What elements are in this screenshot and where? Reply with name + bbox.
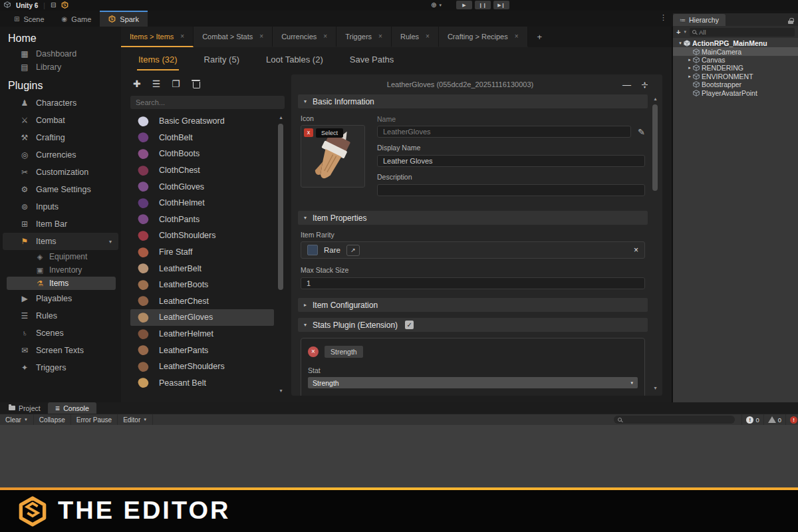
scroll-up-icon[interactable]: ▴ — [277, 114, 285, 121]
item-row-clothboots[interactable]: ClothBoots — [130, 146, 274, 162]
doc-tab-triggers[interactable]: Triggers× — [336, 27, 392, 47]
sidebar-subitem-inventory[interactable]: ▣Inventory — [7, 263, 116, 277]
tab-hierarchy[interactable]: ≔ Hierarchy — [673, 14, 726, 26]
close-icon[interactable]: × — [515, 33, 519, 40]
item-row-basic-greatsword[interactable]: Basic Greatsword — [130, 113, 274, 130]
expand-caret-icon[interactable]: ▸ — [686, 65, 693, 70]
sidebar-item-customization[interactable]: ✂Customization — [3, 164, 118, 181]
stats-plugin-checkbox[interactable]: ✓ — [405, 321, 414, 329]
item-row-leathershoulders[interactable]: LeatherShoulders — [130, 358, 274, 375]
add-gameobject-button[interactable]: + — [676, 28, 680, 36]
console-button-editor[interactable]: Editor▼ — [118, 414, 153, 425]
item-row-leatherchest[interactable]: LeatherChest — [130, 293, 274, 310]
display-name-input[interactable] — [377, 155, 645, 167]
sidebar-item-item-bar[interactable]: ⊞Item Bar — [3, 215, 118, 233]
section-item-properties[interactable]: ▾ Item Properties — [298, 211, 648, 225]
item-row-leatherbelt[interactable]: LeatherBelt — [130, 260, 274, 277]
section-stats-plugin[interactable]: ▾ Stats Plugin (Extension) ✓ — [298, 318, 648, 332]
item-row-leatherhelmet[interactable]: LeatherHelmet — [130, 326, 274, 342]
duplicate-icon[interactable]: ❐ — [172, 79, 180, 88]
max-stack-input[interactable] — [301, 277, 645, 289]
sidebar-item-crafting[interactable]: ⚒Crafting — [3, 129, 118, 146]
clear-rarity-icon[interactable]: × — [634, 245, 638, 255]
play-button[interactable]: ▶ — [456, 1, 472, 9]
scroll-down-icon[interactable]: ▾ — [652, 385, 659, 392]
hierarchy-node-bootstrapper[interactable]: Bootstrapper — [673, 80, 798, 88]
error-count-badge[interactable]: ! — [785, 414, 798, 425]
item-row-clothgloves[interactable]: ClothGloves — [130, 178, 274, 195]
scrollbar-thumb[interactable] — [652, 104, 658, 191]
sidebar-item-scenes[interactable]: ♄Scenes — [3, 325, 118, 342]
sidebar-item-items[interactable]: ⚑Items▾ — [3, 233, 118, 250]
close-icon[interactable]: × — [259, 33, 263, 40]
view-tab-game[interactable]: ◉Game — [53, 11, 100, 27]
item-row-clothpants[interactable]: ClothPants — [130, 211, 274, 228]
sidebar-item-playables[interactable]: ▶Playables — [3, 290, 118, 307]
more-options-icon[interactable]: ⋮ — [660, 13, 667, 22]
section-item-configuration[interactable]: ▸ Item Configuration — [298, 298, 648, 312]
scrollbar-thumb[interactable] — [278, 124, 283, 290]
console-button-collapse[interactable]: Collapse — [34, 414, 71, 425]
collapse-caret-icon[interactable]: ▾ — [677, 41, 684, 46]
item-row-clothbelt[interactable]: ClothBelt — [130, 130, 274, 146]
close-icon[interactable]: × — [426, 33, 430, 40]
item-row-fire-staff[interactable]: Fire Staff — [130, 244, 274, 261]
sub-tab-items-32[interactable]: Items (32) — [137, 49, 179, 70]
remove-icon-button[interactable]: x — [304, 128, 313, 137]
scroll-up-icon[interactable]: ▴ — [652, 96, 659, 102]
window-layout-icon[interactable]: ⊟ — [51, 2, 56, 9]
item-row-clothchest[interactable]: ClothChest — [130, 162, 274, 179]
warning-count-badge[interactable]: 0 — [763, 414, 785, 425]
new-tab-button[interactable]: + — [528, 27, 552, 47]
item-row-clothhelmet[interactable]: ClothHelmet — [130, 195, 274, 211]
spark-plugin-icon[interactable] — [61, 0, 68, 11]
hierarchy-node-playeravatarpoint[interactable]: PlayerAvatarPoint — [673, 88, 798, 96]
sidebar-item-combat[interactable]: ⚔Combat — [3, 112, 118, 129]
console-search[interactable] — [614, 416, 735, 424]
sidebar-item-characters[interactable]: ♟Characters — [3, 94, 118, 112]
item-row-leatherpants[interactable]: LeatherPants — [130, 342, 274, 358]
stat-select[interactable]: Strength ▾ — [308, 377, 638, 388]
lock-icon[interactable] — [788, 18, 793, 24]
pause-button[interactable]: ❙❙ — [475, 1, 491, 9]
sub-tab-save-paths[interactable]: Save Paths — [348, 49, 396, 70]
expand-caret-icon[interactable]: ▸ — [686, 74, 693, 79]
step-button[interactable]: ▶❙ — [493, 1, 509, 9]
hierarchy-node-canvas[interactable]: ▸Canvas — [673, 56, 798, 64]
minimize-icon[interactable]: — — [622, 80, 631, 90]
search-input[interactable] — [130, 96, 285, 109]
hierarchy-search[interactable] — [690, 28, 795, 37]
detail-scrollbar[interactable]: ▴ ▾ — [652, 96, 659, 392]
list-scrollbar[interactable]: ▴ ▾ — [277, 114, 285, 394]
expand-caret-icon[interactable]: ▸ — [686, 57, 693, 63]
section-basic-information[interactable]: ▾ Basic Information — [298, 94, 648, 108]
remove-stat-icon[interactable]: × — [308, 346, 319, 357]
close-icon[interactable]: × — [180, 33, 184, 40]
console-button-error-pause[interactable]: Error Pause — [71, 414, 118, 425]
chevron-down-icon[interactable]: ▾ — [684, 29, 686, 35]
scroll-down-icon[interactable]: ▾ — [277, 388, 285, 394]
hierarchy-node-environment[interactable]: ▸ENVIRONMENT — [673, 72, 798, 80]
item-row-leathergloves[interactable]: LeatherGloves — [130, 309, 274, 326]
select-icon-button[interactable]: Select — [316, 128, 343, 138]
item-row-peasant-belt[interactable]: Peasant Belt — [130, 375, 274, 392]
description-input[interactable] — [377, 184, 645, 196]
hierarchy-node-actionrpg-mainmenu[interactable]: ▾ActionRPG_MainMenu — [673, 39, 798, 47]
sidebar-item-library[interactable]: ▤Library — [3, 61, 118, 74]
sidebar-item-currencies[interactable]: ◎Currencies — [3, 146, 118, 164]
sidebar-item-triggers[interactable]: ✦Triggers — [3, 359, 118, 376]
doc-tab-rules[interactable]: Rules× — [392, 27, 439, 47]
sub-tab-loot-tables-2[interactable]: Loot Tables (2) — [265, 49, 325, 70]
sidebar-item-dashboard[interactable]: ▦Dashboard — [3, 47, 118, 61]
tab-project[interactable]: Project — [1, 402, 48, 414]
sidebar-item-screen-texts[interactable]: ✉Screen Texts — [3, 342, 118, 359]
sidebar-item-game-settings[interactable]: ⚙Game Settings — [3, 181, 118, 198]
hierarchy-search-input[interactable] — [699, 29, 792, 36]
item-row-clothshoulders[interactable]: ClothShoulders — [130, 227, 274, 244]
hierarchy-node-rendering[interactable]: ▸RENDERING — [673, 64, 798, 72]
open-rarity-icon[interactable]: ↗ — [346, 245, 360, 256]
list-view-icon[interactable]: ☰ — [152, 79, 161, 88]
splitter-resize-icon[interactable]: ▴▾ — [642, 81, 648, 88]
doc-tab-crafting-recipes[interactable]: Crafting > Recipes× — [439, 27, 528, 47]
tab-console[interactable]: ≣Console — [48, 402, 96, 414]
